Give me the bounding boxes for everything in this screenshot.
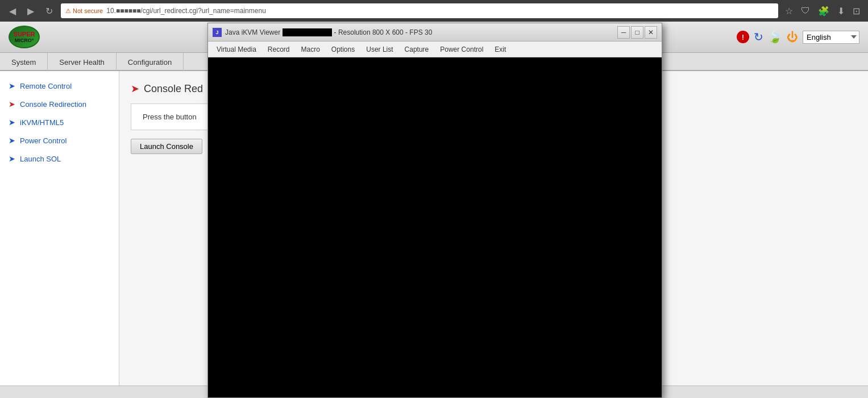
kvm-menu-power-control[interactable]: Power Control: [434, 43, 489, 56]
kvm-app-icon: J: [213, 28, 222, 37]
logo-super-text: SUPER: [14, 31, 35, 38]
kvm-menubar: Virtual Media Record Macro Options User …: [208, 42, 662, 57]
forward-button[interactable]: ▶: [24, 3, 38, 19]
kvm-screen[interactable]: [208, 57, 662, 397]
tab-system[interactable]: System: [0, 53, 48, 71]
language-select[interactable]: English Chinese Japanese: [803, 31, 859, 44]
kvm-menu-macro[interactable]: Macro: [296, 43, 326, 56]
browser-actions: ☆ 🛡 🧩 ⬇ ⊡: [783, 5, 862, 18]
kvm-title-text: Java iKVM Viewer ■■■■■■■■■■■■ - Resoluti…: [225, 28, 614, 36]
bookmark-button[interactable]: ☆: [783, 5, 795, 18]
kvm-menu-virtual-media[interactable]: Virtual Media: [211, 43, 262, 56]
kvm-maximize-button[interactable]: □: [631, 26, 643, 39]
not-secure-indicator: ⚠ Not secure: [65, 7, 103, 15]
launch-console-button[interactable]: Launch Console: [131, 139, 202, 154]
kvm-viewer-window: J Java iKVM Viewer ■■■■■■■■■■■■ - Resolu…: [207, 23, 662, 398]
leaf-icon[interactable]: 🍃: [768, 30, 782, 44]
tab-configuration[interactable]: Configuration: [117, 53, 184, 71]
sidebar: ➤ Remote Control ➤ Console Redirection ➤…: [0, 71, 119, 385]
sidebar-item-launch-sol[interactable]: ➤ Launch SOL: [0, 150, 119, 168]
header-right: ! ↻ 🍃 ⏻ English Chinese Japanese: [737, 30, 859, 44]
logo-micro-text: MICRO°: [15, 38, 34, 43]
address-text: 10.■■■■■■/cgi/url_redirect.cgi?url_name=…: [106, 7, 266, 15]
reload-button[interactable]: ↻: [42, 3, 56, 19]
kvm-window-buttons: ─ □ ✕: [617, 26, 657, 39]
sidebar-item-power-control[interactable]: ➤ Power Control: [0, 131, 119, 150]
tab-server-health[interactable]: Server Health: [48, 53, 116, 71]
kvm-menu-options[interactable]: Options: [326, 43, 360, 56]
menu-button[interactable]: ⊡: [850, 5, 862, 18]
puzzle-button[interactable]: 🧩: [816, 5, 832, 18]
kvm-titlebar: J Java iKVM Viewer ■■■■■■■■■■■■ - Resolu…: [208, 23, 662, 42]
title-arrow-icon: ➤: [131, 82, 139, 95]
refresh-icon[interactable]: ↻: [754, 30, 763, 44]
download-button[interactable]: ⬇: [835, 5, 847, 18]
sidebar-item-ikvm[interactable]: ➤ iKVM/HTML5: [0, 113, 119, 131]
arrow-icon: ➤: [9, 136, 15, 145]
kvm-menu-record[interactable]: Record: [262, 43, 296, 56]
address-bar[interactable]: ⚠ Not secure 10.■■■■■■/cgi/url_redirect.…: [61, 3, 778, 18]
supermicro-logo: SUPER MICRO°: [9, 26, 40, 48]
kvm-close-button[interactable]: ✕: [645, 26, 657, 39]
arrow-icon: ➤: [9, 81, 15, 90]
sidebar-item-remote-control[interactable]: ➤ Remote Control: [0, 77, 119, 95]
arrow-icon: ➤: [9, 118, 15, 127]
kvm-menu-exit[interactable]: Exit: [489, 43, 512, 56]
arrow-icon: ➤: [9, 100, 15, 109]
kvm-ip-masked: ■■■■■■■■■■■■: [283, 28, 333, 36]
shield-button[interactable]: 🛡: [799, 5, 812, 17]
power-icon[interactable]: ⏻: [787, 31, 798, 44]
kvm-menu-capture[interactable]: Capture: [399, 43, 435, 56]
back-button[interactable]: ◀: [6, 3, 19, 19]
alert-icon[interactable]: !: [737, 31, 749, 43]
kvm-minimize-button[interactable]: ─: [617, 26, 630, 39]
sidebar-item-console-redirection[interactable]: ➤ Console Redirection: [0, 95, 119, 113]
kvm-menu-user-list[interactable]: User List: [360, 43, 398, 56]
browser-chrome: ◀ ▶ ↻ ⚠ Not secure 10.■■■■■■/cgi/url_red…: [0, 0, 868, 22]
arrow-icon: ➤: [9, 154, 15, 163]
logo-oval: SUPER MICRO°: [9, 26, 40, 48]
